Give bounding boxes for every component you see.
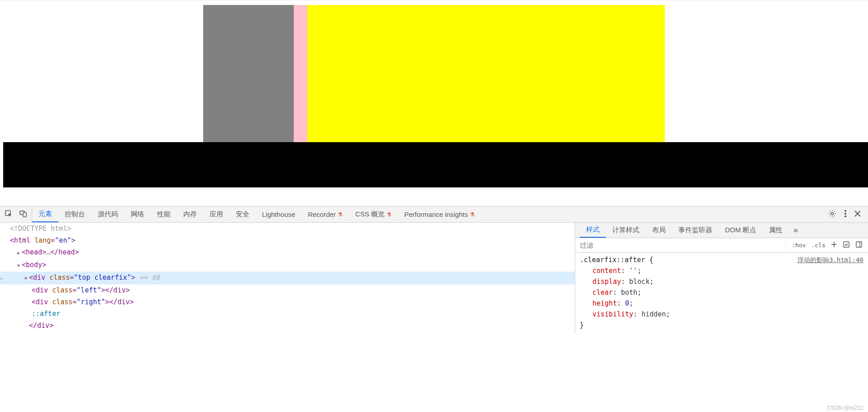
- styles-tab-layout[interactable]: 布局: [646, 223, 672, 238]
- close-icon[interactable]: [854, 211, 861, 218]
- toolbar-right-icons: [821, 210, 868, 219]
- child-left[interactable]: <div class="left"></div>: [0, 284, 575, 296]
- page-container: [203, 0, 665, 142]
- styles-tab-styles[interactable]: 样式: [580, 223, 606, 238]
- tab-lighthouse[interactable]: Lighthouse: [256, 206, 301, 222]
- hov-toggle[interactable]: :hov: [792, 242, 806, 249]
- devtools-body: <!DOCTYPE html> <html lang="en"> ▶<head>…: [0, 223, 868, 334]
- styles-filter-input[interactable]: [575, 240, 786, 251]
- computed-sidebar-icon[interactable]: [855, 241, 863, 249]
- rendered-page: [0, 0, 868, 206]
- css-prop-clear[interactable]: clear: both;: [580, 287, 863, 298]
- tab-security[interactable]: 安全: [229, 206, 256, 222]
- css-prop-display[interactable]: display: block;: [580, 276, 863, 287]
- styles-filter-bar: :hov .cls: [575, 238, 868, 253]
- selected-div-close[interactable]: </div>: [0, 320, 575, 331]
- doctype-line[interactable]: <!DOCTYPE html>: [0, 223, 575, 235]
- devtools-toolbar: 元素 控制台 源代码 网络 性能 内存 应用 安全 Lighthouse Rec…: [0, 206, 868, 223]
- svg-point-3: [831, 213, 834, 215]
- css-prop-visibility[interactable]: visibility: hidden;: [580, 309, 863, 320]
- tab-recorder[interactable]: Recorder⚗: [301, 206, 349, 222]
- tab-application[interactable]: 应用: [203, 206, 229, 222]
- css-prop-height[interactable]: height: 0;: [580, 298, 863, 309]
- css-closing-brace: }: [580, 321, 584, 329]
- head-line[interactable]: ▶<head>…</head>: [0, 246, 575, 259]
- elements-panel[interactable]: <!DOCTYPE html> <html lang="en"> ▶<head>…: [0, 223, 575, 334]
- flask-icon: ⚗: [338, 211, 343, 218]
- devtools-tabs: 元素 控制台 源代码 网络 性能 内存 应用 安全 Lighthouse Rec…: [32, 206, 821, 222]
- tab-memory[interactable]: 内存: [177, 206, 203, 222]
- cls-toggle[interactable]: .cls: [811, 242, 825, 249]
- tab-performance[interactable]: 性能: [151, 206, 177, 222]
- new-style-rule-icon[interactable]: [831, 241, 837, 249]
- toolbar-left-icons: [0, 206, 32, 222]
- svg-point-6: [844, 216, 846, 217]
- styles-tab-dom-breakpoints[interactable]: DOM 断点: [719, 223, 763, 238]
- styles-tab-listeners[interactable]: 事件监听器: [672, 223, 719, 238]
- tab-elements[interactable]: 元素: [32, 206, 58, 222]
- selected-div-open[interactable]: ▼<div class="top clearfix"> == $0: [0, 272, 575, 284]
- gear-icon[interactable]: [828, 210, 836, 219]
- css-prop-content[interactable]: content: '';: [580, 265, 863, 276]
- css-source-link[interactable]: 浮动的影响3.html:40: [797, 254, 863, 265]
- flask-icon: ⚗: [470, 211, 475, 218]
- tab-console[interactable]: 控制台: [58, 206, 91, 222]
- right-div: [307, 5, 665, 142]
- html-open[interactable]: <html lang="en">: [0, 235, 575, 246]
- tab-sources[interactable]: 源代码: [91, 206, 124, 222]
- css-selector[interactable]: .clearfix::after {: [580, 256, 653, 264]
- svg-rect-8: [856, 242, 862, 247]
- black-bar: [3, 142, 868, 187]
- styles-filter-buttons: :hov .cls: [786, 238, 868, 252]
- styles-tab-properties[interactable]: 属性: [763, 223, 789, 238]
- svg-point-5: [844, 213, 846, 214]
- child-right[interactable]: <div class="right"></div>: [0, 296, 575, 308]
- body-open[interactable]: ▼<body>: [0, 259, 575, 272]
- styles-tab-more[interactable]: »: [789, 225, 802, 235]
- tab-perf-insights[interactable]: Performance insights⚗: [398, 206, 481, 222]
- devtools: 元素 控制台 源代码 网络 性能 内存 应用 安全 Lighthouse Rec…: [0, 206, 868, 334]
- tab-css-overview[interactable]: CSS 概览⚗: [349, 206, 398, 222]
- inspect-icon[interactable]: [5, 210, 13, 219]
- after-pseudo[interactable]: ::after: [0, 308, 575, 320]
- styles-tab-computed[interactable]: 计算样式: [606, 223, 646, 238]
- left-div: [203, 5, 294, 142]
- kebab-icon[interactable]: [844, 210, 846, 219]
- flask-icon: ⚗: [386, 211, 391, 218]
- styles-panel: 样式 计算样式 布局 事件监听器 DOM 断点 属性 » :hov .cls: [575, 223, 868, 334]
- svg-rect-7: [844, 242, 849, 247]
- tab-network[interactable]: 网络: [124, 206, 151, 222]
- svg-rect-2: [23, 212, 26, 217]
- svg-point-4: [844, 210, 846, 211]
- rendering-icon[interactable]: [843, 241, 850, 249]
- device-toggle-icon[interactable]: [19, 210, 27, 219]
- css-rules[interactable]: 浮动的影响3.html:40 .clearfix::after { conten…: [575, 253, 868, 334]
- top-clearfix-div: [203, 5, 665, 142]
- styles-tabs: 样式 计算样式 布局 事件监听器 DOM 断点 属性 »: [575, 223, 868, 238]
